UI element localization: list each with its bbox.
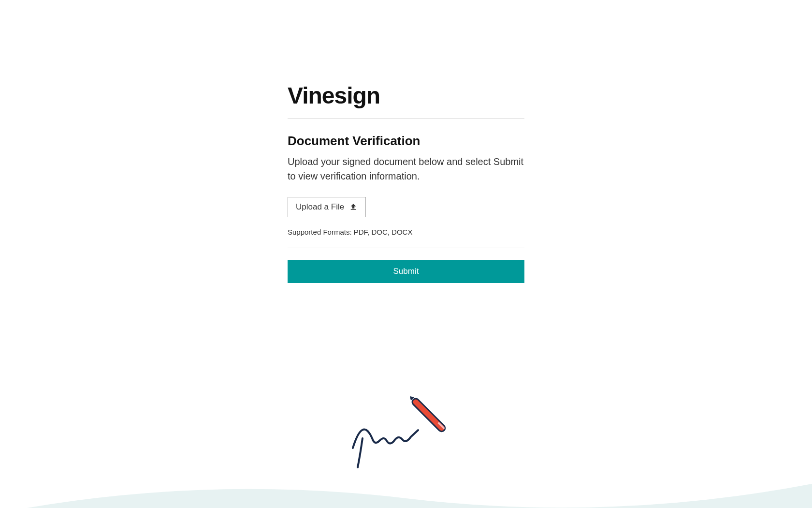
section-heading: Document Verification	[288, 134, 524, 149]
title-divider	[288, 119, 524, 119]
upload-button-label: Upload a File	[296, 202, 344, 212]
app-title: Vinesign	[288, 82, 524, 109]
svg-rect-0	[411, 397, 447, 433]
form-divider	[288, 248, 524, 248]
supported-formats-text: Supported Formats: PDF, DOC, DOCX	[288, 228, 524, 236]
upload-icon	[349, 203, 358, 211]
submit-button[interactable]: Submit	[288, 260, 524, 283]
instruction-text: Upload your signed document below and se…	[288, 154, 524, 183]
verification-card: Vinesign Document Verification Upload yo…	[288, 82, 524, 283]
upload-file-button[interactable]: Upload a File	[288, 197, 366, 217]
signature-pen-graphic	[350, 392, 462, 472]
